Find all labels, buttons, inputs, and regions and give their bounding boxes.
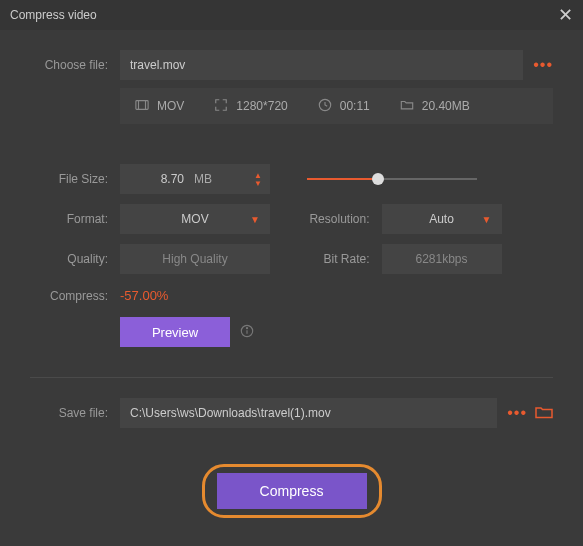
resolution-row: Resolution: Auto ▼ (302, 204, 554, 234)
format-label: Format: (30, 212, 120, 226)
filesize-label: File Size: (30, 172, 120, 186)
save-file-label: Save file: (30, 406, 120, 420)
meta-format: MOV (135, 98, 184, 115)
quality-row: Quality: High Quality (30, 244, 282, 274)
caret-down-icon: ▼ (482, 214, 492, 225)
format-dropdown[interactable]: MOV ▼ (120, 204, 270, 234)
preview-row: Preview (120, 317, 553, 347)
spinner-down-icon[interactable]: ▼ (254, 180, 262, 187)
titlebar: Compress video ✕ (0, 0, 583, 30)
info-icon[interactable] (240, 324, 254, 341)
compress-ratio-label: Compress: (30, 289, 120, 303)
highlight-ring: Compress (202, 464, 382, 518)
more-icon[interactable]: ••• (507, 404, 527, 422)
bitrate-row: Bit Rate: 6281kbps (302, 244, 554, 274)
folder-icon (400, 98, 414, 115)
resolution-dropdown[interactable]: Auto ▼ (382, 204, 502, 234)
svg-rect-0 (136, 100, 148, 109)
filesize-slider[interactable] (307, 172, 477, 186)
quality-label: Quality: (30, 252, 120, 266)
meta-format-value: MOV (157, 99, 184, 113)
compress-video-dialog: Compress video ✕ Choose file: ••• MOV 12… (0, 0, 583, 546)
meta-size-value: 20.40MB (422, 99, 470, 113)
bitrate-label: Bit Rate: (302, 252, 382, 266)
meta-resolution: 1280*720 (214, 98, 287, 115)
save-file-row: Save file: ••• (30, 398, 553, 428)
filesize-row: File Size: MB ▲ ▼ (30, 164, 277, 194)
settings-section: File Size: MB ▲ ▼ (30, 164, 553, 347)
close-icon[interactable]: ✕ (558, 6, 573, 24)
filesize-input[interactable] (120, 172, 190, 186)
divider (30, 377, 553, 378)
filesize-unit: MB (194, 172, 212, 186)
expand-icon (214, 98, 228, 115)
slider-thumb[interactable] (372, 173, 384, 185)
spinner-up-icon[interactable]: ▲ (254, 172, 262, 179)
quality-value: High Quality (120, 244, 270, 274)
choose-file-row: Choose file: ••• (30, 50, 553, 80)
save-file-input[interactable] (120, 398, 497, 428)
preview-button[interactable]: Preview (120, 317, 230, 347)
clock-icon (318, 98, 332, 115)
compress-button[interactable]: Compress (217, 473, 367, 509)
compress-ratio-row: Compress: -57.00% (30, 288, 553, 303)
meta-resolution-value: 1280*720 (236, 99, 287, 113)
bitrate-value: 6281kbps (382, 244, 502, 274)
file-meta-bar: MOV 1280*720 00:11 20.40MB (120, 88, 553, 124)
more-icon[interactable]: ••• (533, 56, 553, 74)
resolution-value: Auto (429, 212, 454, 226)
caret-down-icon: ▼ (250, 214, 260, 225)
content-area: Choose file: ••• MOV 1280*720 00:11 20.4… (0, 30, 583, 439)
filesize-spinner[interactable]: MB ▲ ▼ (120, 164, 270, 194)
window-title: Compress video (10, 8, 97, 22)
open-folder-icon[interactable] (535, 405, 553, 422)
film-icon (135, 98, 149, 115)
format-row: Format: MOV ▼ (30, 204, 282, 234)
compress-ratio-value: -57.00% (120, 288, 168, 303)
slider-fill (307, 178, 378, 180)
resolution-label: Resolution: (302, 212, 382, 226)
svg-point-6 (246, 327, 247, 328)
meta-size: 20.40MB (400, 98, 470, 115)
format-value: MOV (181, 212, 208, 226)
filesize-slider-col (297, 164, 554, 194)
choose-file-label: Choose file: (30, 58, 120, 72)
meta-duration: 00:11 (318, 98, 370, 115)
footer: Compress (0, 439, 583, 546)
meta-duration-value: 00:11 (340, 99, 370, 113)
choose-file-input[interactable] (120, 50, 523, 80)
